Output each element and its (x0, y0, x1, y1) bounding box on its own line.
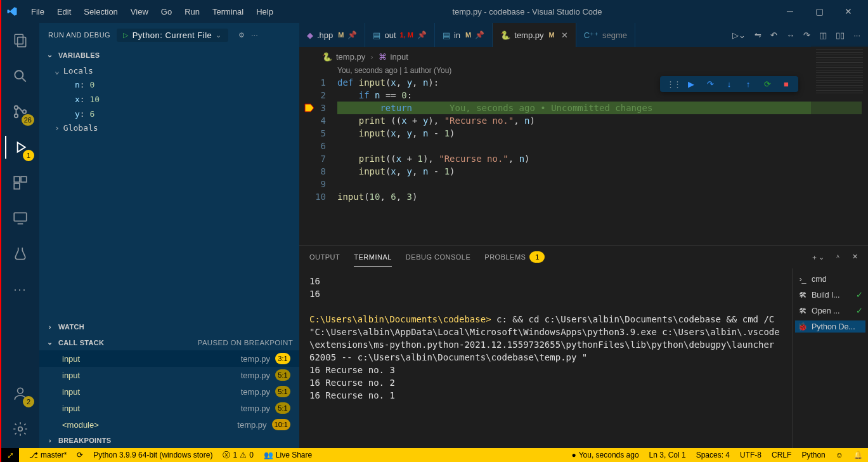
terminal-session[interactable]: ›_ cmd (795, 274, 865, 285)
status-sync-icon[interactable]: ⟳ (77, 451, 83, 459)
terminal-session[interactable]: 🛠 Open ... ✓ (795, 305, 865, 317)
activity-remote-icon[interactable] (5, 207, 36, 230)
step-over-icon[interactable]: ↷ (704, 79, 716, 89)
stack-frame[interactable]: input temp.py 5:1 (39, 400, 299, 416)
menu-edit[interactable]: Edit (51, 4, 77, 19)
stack-frame[interactable]: input temp.py 5:1 (39, 383, 299, 400)
launch-config-picker[interactable]: ▷ Python: Current File ⌄ (117, 29, 228, 42)
close-tab-icon[interactable]: ✕ (561, 30, 568, 40)
restart-icon[interactable]: ⟳ (761, 79, 773, 89)
step-out-icon[interactable]: ↑ (742, 79, 754, 89)
status-branch[interactable]: ⎇master* (29, 451, 67, 459)
tab-temp-py[interactable]: 🐍 temp.py M ✕ (493, 23, 576, 47)
status-eol[interactable]: CRLF (772, 451, 791, 459)
run-debug-icon[interactable]: ▷⌄ (732, 30, 746, 40)
status-feedback-icon[interactable]: ☺ (836, 451, 843, 459)
drag-handle-icon[interactable]: ⋮⋮ (666, 79, 678, 89)
variables-scope-locals[interactable]: ⌄ Locals (39, 64, 299, 77)
close-panel-icon[interactable]: ✕ (852, 253, 858, 262)
variable-row[interactable]: x: 10 (39, 92, 299, 107)
go-fwd-icon[interactable]: ↔ (786, 30, 794, 40)
panel-tab-problems[interactable]: PROBLEMS 1 (484, 251, 545, 263)
maximize-panel-icon[interactable]: ＾ (834, 253, 842, 262)
split-toggle-icon[interactable]: ◫ (819, 30, 827, 40)
variables-header[interactable]: ⌄ VARIABLES (39, 47, 299, 63)
debug-toolbar[interactable]: ⋮⋮ ▶ ↷ ↓ ↑ ⟳ ■ (660, 76, 798, 92)
tab-more-icon[interactable]: ··· (853, 30, 860, 40)
go-rev-icon[interactable]: ↷ (803, 30, 810, 40)
minimize-button[interactable]: ─ (775, 0, 805, 23)
chevron-down-icon[interactable]: ⌄ (216, 31, 222, 39)
activity-extensions-icon[interactable] (5, 171, 36, 194)
go-back-icon[interactable]: ↶ (770, 30, 777, 40)
pin-icon[interactable]: 📌 (475, 30, 484, 39)
pin-icon[interactable]: 📌 (347, 30, 357, 39)
tab-out[interactable]: ▤ out 1, M 📌 (365, 23, 434, 47)
terminal-output[interactable]: 16 16 C:\Users\albin\Documents\codebase>… (299, 268, 792, 448)
status-indent[interactable]: Spaces: 4 (696, 451, 730, 459)
status-interpreter[interactable]: Python 3.9.9 64-bit (windows store) (93, 451, 212, 459)
watch-header[interactable]: › WATCH (39, 319, 299, 334)
run-debug-header: RUN AND DEBUG ▷ Python: Current File ⌄ ⚙… (39, 23, 299, 47)
variable-row[interactable]: n: 0 (39, 77, 299, 92)
panel-tab-debugconsole[interactable]: DEBUG CONSOLE (406, 253, 470, 261)
code-content[interactable]: def input(x, y, n): if n == 0: return Yo… (337, 76, 868, 203)
menu-go[interactable]: Go (155, 4, 178, 19)
variable-row[interactable]: y: 6 (39, 107, 299, 121)
activity-search-icon[interactable] (5, 65, 36, 88)
start-debug-icon[interactable]: ▷ (123, 31, 129, 39)
menu-terminal[interactable]: Terminal (207, 4, 249, 19)
close-window-button[interactable]: ✕ (834, 0, 863, 23)
remote-indicator[interactable]: ⤢ (1, 448, 19, 462)
stack-frame[interactable]: <module> temp.py 10:1 (39, 416, 299, 433)
status-bell-icon[interactable]: 🔔 (853, 451, 863, 459)
status-cursor-pos[interactable]: Ln 3, Col 1 (649, 451, 686, 459)
activity-testing-icon[interactable] (5, 242, 36, 265)
continue-icon[interactable]: ▶ (685, 79, 697, 89)
status-language[interactable]: Python (801, 451, 825, 459)
menu-help[interactable]: Help (250, 4, 279, 19)
callstack-header[interactable]: ⌄ CALL STACK PAUSED ON BREAKPOINT (39, 334, 299, 350)
stack-frame[interactable]: input temp.py 3:1 (39, 350, 299, 367)
new-terminal-icon[interactable]: ＋⌄ (811, 253, 824, 262)
variables-scope-globals[interactable]: › Globals (39, 121, 299, 135)
menu-file[interactable]: File (25, 4, 50, 19)
stack-frame[interactable]: input temp.py 5:1 (39, 367, 299, 383)
frame-fn: <module> (62, 420, 232, 430)
minimap[interactable] (811, 47, 868, 185)
activity-debug-icon[interactable]: 1 (5, 136, 36, 159)
terminal-session[interactable]: 🐞 Python De... (795, 320, 865, 333)
run-debug-label: RUN AND DEBUG (48, 31, 110, 39)
panel-tab-terminal[interactable]: TERMINAL (354, 253, 392, 261)
menu-selection[interactable]: Selection (78, 4, 123, 19)
terminal-session[interactable]: 🛠 Build l... ✓ (795, 289, 865, 301)
tab-in[interactable]: ▤ in M 📌 (435, 23, 493, 47)
maximize-button[interactable]: ▢ (805, 0, 834, 23)
status-problems[interactable]: ⓧ1 ⚠0 (223, 450, 253, 461)
branch-icon: ⎇ (29, 451, 38, 459)
step-into-icon[interactable]: ↓ (723, 79, 735, 89)
activity-explorer-icon[interactable] (5, 29, 36, 52)
panel-tab-output[interactable]: OUTPUT (309, 253, 340, 261)
activity-accounts-icon[interactable]: 2 (5, 382, 36, 405)
tab-segme[interactable]: C⁺⁺ segme (576, 23, 635, 47)
activity-settings-icon[interactable] (5, 418, 36, 440)
menu-view[interactable]: View (125, 4, 154, 19)
activity-scm-icon[interactable]: 26 (5, 100, 36, 123)
code-editor[interactable]: 12345678910 def input(x, y, n): if n == … (299, 76, 868, 203)
stop-icon[interactable]: ■ (781, 79, 792, 89)
compare-icon[interactable]: ⇋ (755, 30, 761, 40)
status-blame[interactable]: ●You, seconds ago (571, 451, 638, 459)
breadcrumb[interactable]: 🐍temp.py › ⌘input (299, 47, 868, 66)
status-liveshare[interactable]: 👥Live Share (264, 451, 312, 459)
status-encoding[interactable]: UTF-8 (740, 451, 761, 459)
breakpoints-header[interactable]: › BREAKPOINTS (39, 433, 299, 448)
activity-more-icon[interactable]: ··· (5, 278, 36, 301)
tab-hpp[interactable]: ◆ .hpp M 📌 (299, 23, 365, 47)
split-editor-icon[interactable]: ▯▯ (836, 30, 845, 40)
configure-gear-icon[interactable]: ⚙ (238, 31, 245, 39)
pin-icon[interactable]: 📌 (417, 30, 427, 39)
frame-pos: 5:1 (275, 369, 290, 381)
more-actions-icon[interactable]: ··· (251, 31, 258, 39)
menu-run[interactable]: Run (179, 4, 205, 19)
